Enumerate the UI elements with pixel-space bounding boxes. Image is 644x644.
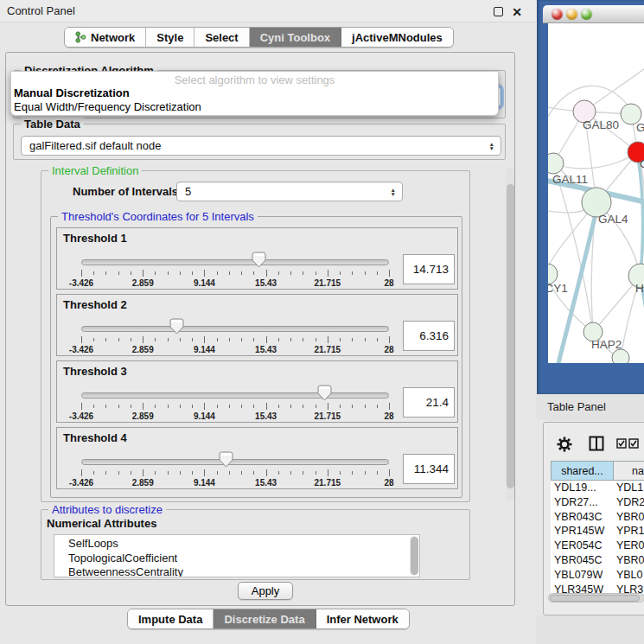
panel-scrollbar[interactable] <box>506 167 514 501</box>
slider-ticks <box>81 336 389 345</box>
number-of-intervals-combobox[interactable]: 5 ▲▼ <box>176 182 403 201</box>
threshold-slider[interactable]: -3.4262.8599.14415.4321.71528 <box>81 428 389 490</box>
tab-label: Infer Network <box>327 613 399 626</box>
scrollbar-thumb[interactable] <box>411 537 418 575</box>
cell-shared-name[interactable]: YER054C <box>551 539 614 553</box>
node-label: GAL11 <box>552 173 588 186</box>
checkbox-icon[interactable] <box>628 438 639 449</box>
checkbox-icon[interactable] <box>616 438 627 449</box>
tab-discretize-data[interactable]: Discretize Data <box>214 609 316 628</box>
threshold-value-field[interactable]: 21.4 <box>403 387 455 418</box>
cell-shared-name[interactable]: YPR145W <box>551 524 614 539</box>
cell-name[interactable]: YDR2 <box>614 495 644 510</box>
tab-cyni-toolbox[interactable]: Cyni Toolbox <box>250 28 341 47</box>
tab-select[interactable]: Select <box>194 28 249 47</box>
cell-name[interactable]: YBR0 <box>614 553 644 568</box>
network-canvas[interactable]: GAL80GCGAL11GAL4GCY1HHAP2 <box>548 23 644 363</box>
table-data-combobox[interactable]: galFiltered.sif default node ▲▼ <box>21 136 501 156</box>
table-row[interactable]: YBR045CYBR0 <box>551 553 644 568</box>
attribute-item-betweennesscentrality[interactable]: BetweennessCentrality <box>54 565 409 577</box>
slider-track[interactable] <box>81 392 389 399</box>
network-window-titlebar[interactable] <box>543 5 644 23</box>
gear-icon[interactable] <box>556 436 573 453</box>
attributes-scrollbar[interactable] <box>410 536 418 576</box>
zoom-traffic-light-icon[interactable] <box>581 9 592 20</box>
cell-shared-name[interactable]: YDL19... <box>551 481 614 495</box>
scrollbar-thumb[interactable] <box>550 595 640 603</box>
cell-shared-name[interactable]: YBL079W <box>551 568 614 583</box>
control-panel-titlebar: Control Panel ✕ <box>0 0 536 22</box>
tab-label: Discretize Data <box>224 613 304 626</box>
cell-name[interactable]: YER0 <box>614 539 644 553</box>
slider-thumb[interactable] <box>252 252 266 268</box>
close-icon[interactable]: ✕ <box>512 5 522 19</box>
cell-name[interactable]: YBR0 <box>614 510 644 525</box>
column-split-icon[interactable] <box>589 436 604 451</box>
algorithm-dropdown-popup: Select algorithm to view settings Manual… <box>10 71 499 116</box>
group-title: Threshold's Coordinates for 5 Intervals <box>58 210 258 223</box>
attribute-item-topologicalcoefficient[interactable]: TopologicalCoefficient <box>54 552 409 566</box>
table-row[interactable]: YDL19...YDL1 <box>551 481 644 495</box>
combo-stepper-icon: ▲▼ <box>391 187 396 196</box>
attribute-item-selfloops[interactable]: SelfLoops <box>54 537 409 552</box>
combo-stepper-icon: ▲▼ <box>489 141 494 150</box>
threshold-value-field[interactable]: 11.344 <box>403 454 455 484</box>
tab-infer-network[interactable]: Infer Network <box>316 609 409 628</box>
slider-track[interactable] <box>81 459 389 465</box>
table-row[interactable]: YBL079WYBL0 <box>551 568 644 583</box>
float-window-icon[interactable] <box>494 7 503 16</box>
column-header-name[interactable]: na <box>614 461 644 481</box>
table-horizontal-scrollbar[interactable] <box>548 593 644 603</box>
tab-label: Select <box>205 31 238 44</box>
dropdown-placeholder: Select algorithm to view settings <box>11 72 498 86</box>
network-edge[interactable] <box>553 152 638 169</box>
table-row[interactable]: YDR27...YDR2 <box>551 495 644 510</box>
threshold-value-field[interactable]: 6.316 <box>403 321 455 351</box>
dropdown-option-equal-width-frequency[interactable]: Equal Width/Frequency Discretization <box>11 100 498 114</box>
threshold-panel-3: Threshold 3-3.4262.8599.14415.4321.71528… <box>56 360 458 423</box>
threshold-slider[interactable]: -3.4262.8599.14415.4321.71528 <box>81 361 389 424</box>
number-of-intervals-label: Number of Intervals <box>73 185 178 198</box>
table-row[interactable]: YER054CYER0 <box>551 539 644 553</box>
slider-thumb[interactable] <box>317 385 332 401</box>
minimize-traffic-light-icon[interactable] <box>566 9 577 20</box>
scrollbar-thumb[interactable] <box>507 184 514 488</box>
cell-shared-name[interactable]: YDR27... <box>551 495 614 510</box>
tab-label: jActiveMNodules <box>352 31 443 44</box>
table-panel-header: Table Panel <box>536 394 644 420</box>
cell-name[interactable]: YBL0 <box>614 568 644 583</box>
node-attribute-table[interactable]: shared... na YDL19...YDL1YDR27...YDR2YBR… <box>551 461 644 601</box>
cell-name[interactable]: YPR1 <box>614 524 644 539</box>
threshold-slider[interactable]: -3.4262.8599.14415.4321.71528 <box>81 295 389 357</box>
attributes-listbox[interactable]: SelfLoopsTopologicalCoefficientBetweenne… <box>54 534 420 577</box>
cell-shared-name[interactable]: YBR043C <box>551 510 614 525</box>
node-label: GCY1 <box>548 282 568 295</box>
threshold-value-field[interactable]: 14.713 <box>403 254 455 284</box>
threshold-panel-4: Threshold 4-3.4262.8599.14415.4321.71528… <box>56 427 458 489</box>
slider-thumb[interactable] <box>219 451 233 468</box>
slider-ticks <box>81 270 389 278</box>
table-row[interactable]: YBR043CYBR0 <box>551 510 644 525</box>
apply-button[interactable]: Apply <box>238 582 293 600</box>
cell-name[interactable]: YDL1 <box>614 481 644 495</box>
dropdown-option-manual-discretization[interactable]: Manual Discretization <box>11 86 498 100</box>
slider-thumb[interactable] <box>169 318 184 335</box>
node-label: G <box>636 121 644 134</box>
table-row[interactable]: YPR145WYPR1 <box>551 524 644 539</box>
threshold-slider[interactable]: -3.4262.8599.14415.4321.71528 <box>81 228 389 290</box>
tab-style[interactable]: Style <box>146 28 194 47</box>
cell-shared-name[interactable]: YBR045C <box>551 553 614 568</box>
tab-jactivemnodules[interactable]: jActiveMNodules <box>341 28 453 47</box>
table-header-row: shared... na <box>551 461 644 481</box>
tab-label: Network <box>91 31 135 44</box>
network-node[interactable] <box>612 349 629 363</box>
network-view-window[interactable]: GAL80GCGAL11GAL4GCY1HHAP2 <box>537 0 644 394</box>
slider-track[interactable] <box>81 259 389 265</box>
tab-impute-data[interactable]: Impute Data <box>128 609 214 628</box>
slider-track[interactable] <box>81 326 389 332</box>
control-panel: Control Panel ✕ NetworkStyleSelectCyni T… <box>0 0 536 644</box>
slider-tick-labels: -3.4262.8599.14415.4321.71528 <box>81 411 389 422</box>
close-traffic-light-icon[interactable] <box>552 9 563 20</box>
column-header-shared-name[interactable]: shared... <box>551 461 614 481</box>
tab-network[interactable]: Network <box>65 28 146 47</box>
